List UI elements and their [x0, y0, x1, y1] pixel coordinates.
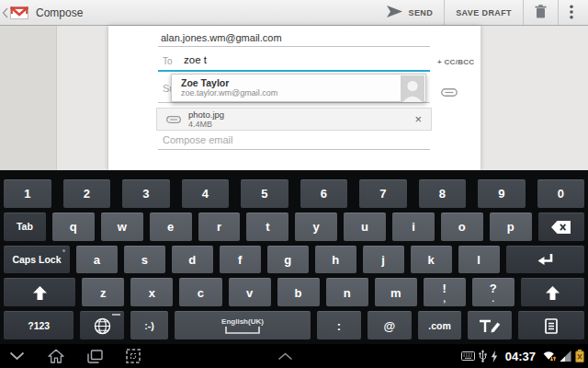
compose-sheet: alan.jones.wm@gmail.com To zoe t + CC/BC…: [108, 26, 481, 170]
key-r[interactable]: r: [198, 213, 241, 241]
key-space[interactable]: English(UK): [175, 311, 311, 339]
key-caps-lock[interactable]: Caps Lock: [4, 246, 70, 274]
key-at[interactable]: @: [368, 311, 412, 339]
key-n[interactable]: n: [326, 278, 368, 306]
home-icon[interactable]: [48, 349, 64, 363]
body-field[interactable]: Compose email: [163, 134, 232, 145]
key-enter[interactable]: [506, 246, 584, 274]
key-g[interactable]: g: [267, 246, 309, 274]
signal-icon: [560, 351, 571, 362]
key-shift-right[interactable]: [521, 278, 584, 306]
paperclip-icon: [166, 116, 181, 123]
key-shift-left[interactable]: [4, 278, 75, 306]
key-o[interactable]: o: [441, 213, 483, 241]
subject-field-underline: [158, 102, 430, 103]
key-i[interactable]: i: [392, 213, 435, 241]
screenshot-icon[interactable]: [126, 349, 141, 363]
keyboard-row-2: Tabqwertyuiop: [4, 213, 584, 241]
key-6[interactable]: 6: [300, 179, 348, 208]
key-x[interactable]: x: [130, 278, 173, 306]
key-question[interactable]: ?.: [472, 278, 514, 306]
key-m[interactable]: m: [375, 278, 417, 306]
key-dot-com[interactable]: .com: [418, 311, 462, 339]
key-text-edit[interactable]: [468, 311, 512, 339]
key-tab[interactable]: Tab: [4, 213, 46, 241]
key-b[interactable]: b: [277, 278, 320, 306]
key-9[interactable]: 9: [478, 179, 526, 208]
flash-icon: [491, 351, 498, 362]
back-button[interactable]: [2, 7, 8, 18]
send-icon: [387, 6, 402, 19]
key-f[interactable]: f: [220, 246, 261, 274]
key-colon[interactable]: :: [317, 311, 361, 339]
key-1[interactable]: 1: [4, 179, 51, 208]
key-8[interactable]: 8: [419, 179, 467, 208]
key-clipboard[interactable]: [518, 311, 584, 339]
key-w[interactable]: w: [101, 213, 143, 241]
key-t[interactable]: t: [246, 213, 288, 241]
key-2[interactable]: 2: [63, 179, 111, 208]
battery-icon: [575, 350, 584, 362]
key-j[interactable]: j: [363, 246, 404, 274]
key-k[interactable]: k: [411, 246, 452, 274]
key-h[interactable]: h: [315, 246, 356, 274]
status-area[interactable]: 04:37: [461, 344, 584, 368]
avatar: [401, 75, 424, 100]
keyboard: 1234567890TabqwertyuiopCaps Lockasdfghjk…: [0, 170, 588, 344]
key-7[interactable]: 7: [359, 179, 407, 208]
discard-button[interactable]: [524, 0, 558, 25]
key-4[interactable]: 4: [182, 179, 230, 208]
key-v[interactable]: v: [229, 278, 271, 306]
action-bar: Compose SEND SAVE DRAFT: [0, 0, 588, 26]
key-0[interactable]: 0: [537, 179, 585, 208]
keyboard-row-5: ?123:-)English(UK):@.com: [4, 311, 584, 339]
overflow-menu-button[interactable]: [559, 0, 584, 25]
key-q[interactable]: q: [52, 213, 95, 241]
key-z[interactable]: z: [82, 278, 124, 306]
key-exclamation[interactable]: !,: [424, 278, 466, 306]
screen: Compose SEND SAVE DRAFT: [0, 0, 588, 368]
recents-icon[interactable]: [87, 350, 103, 363]
enter-icon: [537, 253, 554, 267]
cc-bcc-button[interactable]: + CC/BCC: [437, 58, 474, 66]
contact-suggestion[interactable]: Zoe Taylor zoe.taylor.wm@gmail.com: [171, 74, 426, 102]
key-3[interactable]: 3: [122, 179, 170, 208]
expand-icon[interactable]: [277, 352, 293, 361]
key-l[interactable]: l: [458, 246, 500, 274]
key-smiley[interactable]: :-): [130, 311, 168, 339]
remove-attachment-button[interactable]: ×: [414, 113, 422, 125]
key-input-language[interactable]: [80, 311, 124, 339]
attachment-texts: photo.jpg 4.4MB: [188, 110, 224, 129]
trash-icon: [535, 5, 547, 20]
key-c[interactable]: c: [179, 278, 221, 306]
key-backspace[interactable]: [538, 213, 584, 241]
status-icons-right: [543, 350, 584, 362]
from-field[interactable]: alan.jones.wm@gmail.com: [161, 32, 282, 43]
to-field[interactable]: zoe t: [184, 54, 207, 65]
attachment-chip: photo.jpg 4.4MB ×: [156, 108, 432, 131]
contact-suggestion-texts: Zoe Taylor zoe.taylor.wm@gmail.com: [172, 75, 400, 101]
shift-icon: [545, 286, 560, 300]
hide-keyboard-icon[interactable]: [9, 351, 25, 361]
key-5[interactable]: 5: [241, 179, 288, 208]
save-draft-button[interactable]: SAVE DRAFT: [445, 0, 523, 25]
send-button-label: SEND: [409, 8, 434, 17]
key-p[interactable]: p: [490, 213, 532, 241]
send-button[interactable]: SEND: [376, 0, 445, 25]
key-e[interactable]: e: [150, 213, 192, 241]
save-draft-button-label: SAVE DRAFT: [456, 8, 512, 17]
key-d[interactable]: d: [172, 246, 213, 274]
key-symbols[interactable]: ?123: [4, 311, 74, 339]
to-field-focus-underline: [158, 70, 430, 72]
key-s[interactable]: s: [124, 246, 165, 274]
from-field-underline: [158, 46, 430, 47]
key-a[interactable]: a: [76, 246, 118, 274]
nav-center: [277, 344, 293, 368]
keyboard-row-3: Caps Lockasdfghjkl: [4, 246, 584, 274]
key-y[interactable]: y: [295, 213, 337, 241]
to-field-label: To: [163, 56, 173, 66]
key-u[interactable]: u: [344, 213, 386, 241]
attach-paperclip-icon[interactable]: [441, 84, 458, 100]
gmail-logo-icon[interactable]: [10, 6, 28, 19]
action-bar-actions: SEND SAVE DRAFT: [376, 0, 584, 25]
